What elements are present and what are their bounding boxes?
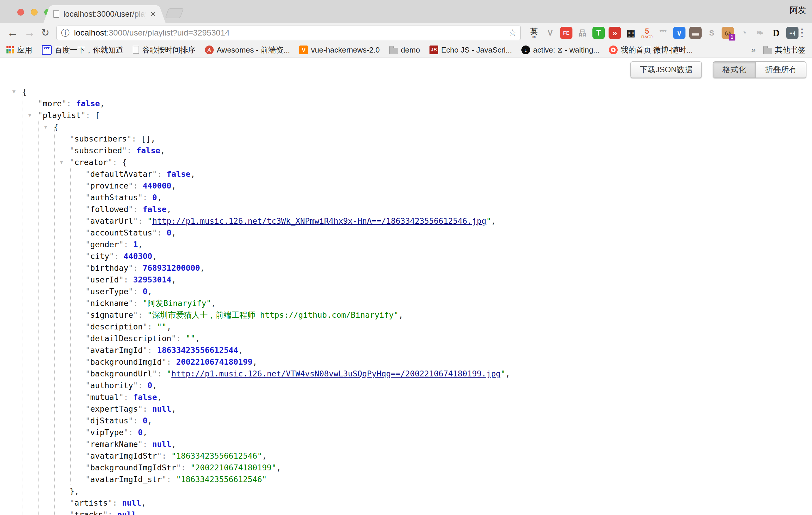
collapse-toggle-icon[interactable]: ▼: [60, 156, 63, 168]
extension-sublabel: PLAYER: [641, 35, 653, 38]
paw-icon[interactable]: 爫: [657, 27, 669, 39]
json-token: remarkName: [90, 439, 138, 449]
tab-close-icon[interactable]: ✕: [150, 5, 156, 23]
url-text[interactable]: localhost:3000/user/playlist?uid=3295301…: [74, 26, 230, 40]
json-token: ,: [157, 393, 162, 402]
json-token: ":: [152, 369, 167, 378]
bookmark-item[interactable]: active: ⧖ - waiting...: [521, 46, 600, 55]
json-token: "": [185, 334, 195, 343]
bookmark-item[interactable]: Echo JS - JavaScri...: [430, 46, 512, 55]
html5-player-icon[interactable]: 5PLAYER: [641, 27, 653, 39]
json-token: ": [85, 240, 90, 249]
collapse-toggle-icon[interactable]: ▼: [44, 121, 47, 133]
weibo-eye-icon[interactable]: ◔: [738, 27, 750, 39]
json-token: ": [85, 263, 90, 273]
json-token: ": [85, 357, 90, 366]
bookmark-item[interactable]: vue-hackernews-2.0: [299, 46, 380, 55]
bookmark-label: demo: [401, 46, 420, 55]
json-line: "subscribers": [],: [0, 133, 812, 145]
extension-glyph: 5: [645, 28, 649, 35]
json-token: ": [85, 334, 90, 343]
monkey-icon[interactable]: ω1: [722, 27, 734, 39]
page-info-icon[interactable]: ⓘ: [61, 26, 69, 40]
bookmarks-right: » 其他书签: [751, 45, 806, 55]
json-token: ":: [152, 228, 167, 237]
json-token: ": [85, 393, 90, 402]
extension-glyph: •••|: [789, 31, 795, 35]
fe-icon[interactable]: FE: [560, 27, 573, 39]
json-token: avatarUrl: [90, 217, 133, 226]
json-line: "subscribed": false,: [0, 145, 812, 156]
json-token: ": [85, 287, 90, 296]
profile-name: 阿发: [790, 5, 806, 16]
json-line: "nickname": "阿发Binaryify",: [0, 297, 812, 309]
tampermonkey-icon[interactable]: T: [592, 27, 605, 39]
vimium-icon[interactable]: ∨: [673, 27, 686, 39]
collapse-toggle-icon[interactable]: ▼: [12, 86, 16, 97]
json-token: 0: [152, 193, 157, 202]
json-token: defaultAvatar: [90, 169, 152, 178]
json-token: ":: [119, 240, 133, 249]
json-token: ": [85, 475, 90, 484]
json-line: "signature": "深圳市爱猫人士，前端工程师 https://gith…: [0, 309, 812, 321]
address-bar[interactable]: ⓘ localhost:3000/user/playlist?uid=32953…: [56, 26, 521, 40]
bookmarks-overflow-chevron[interactable]: »: [751, 45, 756, 55]
d-icon[interactable]: D: [770, 27, 782, 39]
translate-icon[interactable]: 英en: [528, 27, 540, 39]
tab-title: localhost:3000/user/playlist?ui: [63, 5, 146, 23]
json-token: ": [85, 404, 90, 413]
minimize-window-button[interactable]: [31, 9, 37, 16]
bookmark-item[interactable]: 我的首页 微博-随时...: [609, 45, 693, 55]
download-json-button[interactable]: 下载JSON数据: [630, 61, 702, 78]
bookmark-label: Awesomes - 前端资...: [216, 45, 290, 55]
browser-tab[interactable]: localhost:3000/user/playlist?ui ✕: [51, 5, 158, 23]
bookmark-label: Echo JS - JavaScri...: [441, 46, 512, 55]
json-token: ,: [276, 463, 281, 472]
json-token: city: [90, 252, 109, 261]
json-line: "birthday": 768931200000,: [0, 262, 812, 274]
echojs-icon: [430, 46, 438, 54]
collapse-all-button[interactable]: 折叠所有: [755, 62, 806, 78]
collapse-toggle-icon[interactable]: ▼: [28, 110, 31, 121]
qrcode-icon[interactable]: ▦: [625, 27, 637, 39]
bookmark-label: 应用: [17, 45, 32, 55]
json-line: "backgroundImgId": 2002210674180199,: [0, 356, 812, 368]
json-token: null: [117, 510, 137, 515]
weibo-icon: [609, 46, 618, 54]
close-window-button[interactable]: [17, 9, 24, 16]
sitemap-icon[interactable]: 品: [576, 27, 588, 39]
json-token: ": [85, 416, 90, 425]
vue-icon: [299, 46, 308, 54]
s-icon[interactable]: S: [705, 27, 718, 39]
json-token: ":: [103, 510, 117, 515]
browser-menu-icon[interactable]: ⋮: [797, 25, 807, 40]
other-bookmarks-folder[interactable]: 其他书签: [763, 45, 806, 55]
json-url-link[interactable]: http://p1.music.126.net/VTW4vsN08vwL3uSQ…: [171, 369, 501, 378]
json-token: ":: [128, 263, 143, 273]
json-token: playlist: [42, 111, 81, 120]
json-token: ":: [62, 99, 76, 108]
json-token: ":: [122, 146, 137, 155]
mask-icon[interactable]: ▬: [689, 27, 702, 39]
bird-icon[interactable]: ❧: [754, 27, 766, 39]
vue-devtools-icon[interactable]: V: [544, 27, 556, 39]
json-token: ":: [128, 181, 143, 190]
json-token: signature: [90, 310, 133, 319]
new-tab-button[interactable]: [165, 8, 184, 18]
fast-forward-icon[interactable]: »: [609, 27, 621, 39]
json-token: null: [122, 498, 141, 507]
bookmark-item[interactable]: 百度一下，你就知道: [42, 45, 123, 55]
bookmark-item[interactable]: 应用: [6, 45, 32, 55]
extension-sublabel: en: [532, 35, 535, 38]
json-line: "gender": 1,: [0, 239, 812, 251]
bookmark-item[interactable]: Awesomes - 前端资...: [205, 45, 290, 55]
reload-button[interactable]: ↻: [41, 25, 50, 40]
format-button[interactable]: 格式化: [713, 62, 755, 78]
json-url-link[interactable]: http://p1.music.126.net/tc3Wk_XNPmwiR4hx…: [152, 217, 487, 226]
bookmark-star-icon[interactable]: ☆: [509, 26, 517, 40]
bookmark-item[interactable]: demo: [389, 46, 420, 55]
back-button[interactable]: ←: [7, 25, 18, 40]
json-token: ": [85, 275, 90, 284]
json-line: "avatarUrl": "http://p1.music.126.net/tc…: [0, 215, 812, 227]
bookmark-item[interactable]: 谷歌按时间排序: [133, 45, 196, 55]
